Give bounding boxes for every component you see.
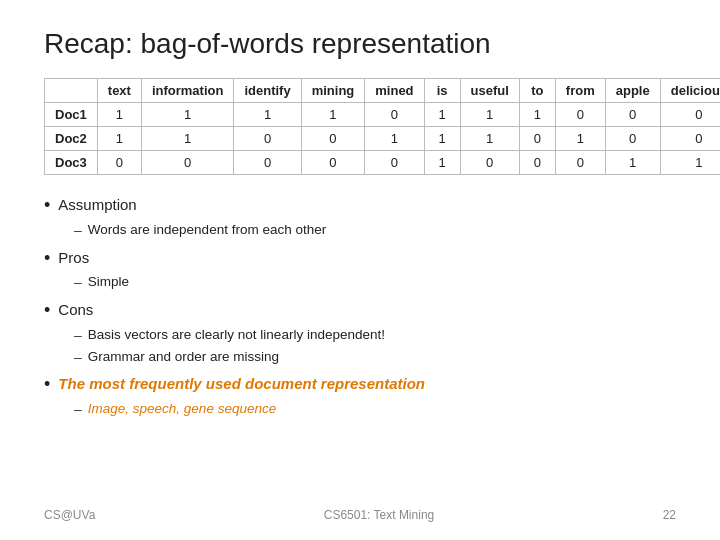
cell-0-2: 1 (234, 103, 301, 127)
cell-0-5: 1 (424, 103, 460, 127)
sub-text-1-0: Simple (88, 272, 129, 293)
sub-dash-icon: – (74, 272, 82, 294)
table-header-0 (45, 79, 98, 103)
table-header-8: to (519, 79, 555, 103)
cell-0-0: 1 (97, 103, 141, 127)
cell-2-8: 0 (555, 151, 605, 175)
sub-text-0-0: Words are independent from each other (88, 220, 326, 241)
cell-0-7: 1 (519, 103, 555, 127)
table-row: Doc211001110100 (45, 127, 721, 151)
cell-0-4: 0 (365, 103, 424, 127)
sub-dash-icon: – (74, 220, 82, 242)
slide: Recap: bag-of-words representation texti… (0, 0, 720, 540)
cell-2-9: 1 (605, 151, 660, 175)
cell-1-6: 1 (460, 127, 519, 151)
table-header-4: mining (301, 79, 365, 103)
bullet-label-1: Pros (58, 246, 89, 269)
cell-2-10: 1 (660, 151, 720, 175)
table-header-6: is (424, 79, 460, 103)
bullet-label-3: The most frequently used document repres… (58, 372, 425, 395)
footer-right: 22 (663, 508, 676, 522)
bullet-dot-icon: • (44, 297, 50, 325)
cell-0-10: 0 (660, 103, 720, 127)
footer: CS@UVa CS6501: Text Mining 22 (44, 508, 676, 522)
cell-1-7: 0 (519, 127, 555, 151)
table-header-9: from (555, 79, 605, 103)
sub-bullet-3-0: –Image, speech, gene sequence (74, 399, 676, 421)
cell-2-3: 0 (301, 151, 365, 175)
cell-2-6: 0 (460, 151, 519, 175)
cell-1-0: 1 (97, 127, 141, 151)
cell-1-9: 0 (605, 127, 660, 151)
sub-bullet-0-0: –Words are independent from each other (74, 220, 676, 242)
sub-bullet-1-0: –Simple (74, 272, 676, 294)
cell-2-1: 0 (141, 151, 234, 175)
table-header-5: mined (365, 79, 424, 103)
cell-1-3: 0 (301, 127, 365, 151)
cell-1-1: 1 (141, 127, 234, 151)
cell-2-5: 1 (424, 151, 460, 175)
bullet-list: •Assumption–Words are independent from e… (44, 189, 676, 500)
sub-bullet-2-1: –Grammar and order are missing (74, 347, 676, 369)
table-header-1: text (97, 79, 141, 103)
bullet-item-3: •The most frequently used document repre… (44, 372, 676, 399)
table-header-7: useful (460, 79, 519, 103)
cell-0-6: 1 (460, 103, 519, 127)
bow-table: textinformationidentifyminingminedisusef… (44, 78, 720, 175)
sub-bullet-2-0: –Basis vectors are clearly not linearly … (74, 325, 676, 347)
cell-0-8: 0 (555, 103, 605, 127)
sub-text-2-0: Basis vectors are clearly not linearly i… (88, 325, 385, 346)
cell-2-7: 0 (519, 151, 555, 175)
row-label-2: Doc3 (45, 151, 98, 175)
bullet-label-2: Cons (58, 298, 93, 321)
sub-dash-icon: – (74, 347, 82, 369)
footer-left: CS@UVa (44, 508, 95, 522)
row-label-0: Doc1 (45, 103, 98, 127)
bullet-label-0: Assumption (58, 193, 136, 216)
cell-0-9: 0 (605, 103, 660, 127)
sub-dash-icon: – (74, 399, 82, 421)
cell-1-4: 1 (365, 127, 424, 151)
table-header-2: information (141, 79, 234, 103)
cell-1-2: 0 (234, 127, 301, 151)
cell-1-10: 0 (660, 127, 720, 151)
cell-2-2: 0 (234, 151, 301, 175)
cell-0-3: 1 (301, 103, 365, 127)
footer-center: CS6501: Text Mining (324, 508, 435, 522)
table-row: Doc111110111000 (45, 103, 721, 127)
cell-2-4: 0 (365, 151, 424, 175)
table-header-10: apple (605, 79, 660, 103)
cell-0-1: 1 (141, 103, 234, 127)
sub-dash-icon: – (74, 325, 82, 347)
table-row: Doc300000100011 (45, 151, 721, 175)
bullet-dot-icon: • (44, 245, 50, 273)
sub-text-2-1: Grammar and order are missing (88, 347, 279, 368)
bullet-dot-icon: • (44, 371, 50, 399)
bullet-item-2: •Cons (44, 298, 676, 325)
page-title: Recap: bag-of-words representation (44, 28, 676, 60)
cell-1-8: 1 (555, 127, 605, 151)
sub-text-3-0: Image, speech, gene sequence (88, 399, 276, 420)
table-header-11: delicious (660, 79, 720, 103)
bullet-dot-icon: • (44, 192, 50, 220)
row-label-1: Doc2 (45, 127, 98, 151)
bullet-item-0: •Assumption (44, 193, 676, 220)
table-header-3: identify (234, 79, 301, 103)
cell-1-5: 1 (424, 127, 460, 151)
cell-2-0: 0 (97, 151, 141, 175)
bullet-item-1: •Pros (44, 246, 676, 273)
